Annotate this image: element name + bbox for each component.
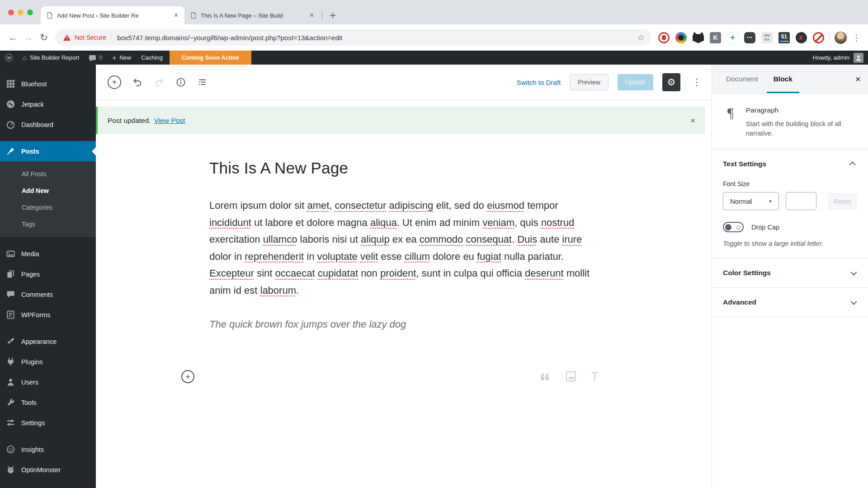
minimize-window-button[interactable] — [18, 9, 24, 15]
forward-icon[interactable]: → — [21, 32, 36, 43]
post-title[interactable]: This Is A New Page — [209, 159, 598, 177]
ext-51-icon[interactable]: 51 — [778, 32, 790, 43]
wp-logo-menu[interactable]: W — [0, 51, 18, 65]
sidebar-item-wpforms[interactable]: WPForms — [0, 305, 96, 325]
my-account-menu[interactable]: Howdy, admin — [813, 53, 868, 63]
font-size-custom-input[interactable] — [786, 192, 816, 210]
sidebar-item-label: Jetpack — [21, 101, 44, 108]
update-button[interactable]: Update — [618, 74, 653, 90]
ext-stop-hand-icon[interactable] — [658, 32, 670, 43]
sidebar-item-posts[interactable]: Posts — [0, 141, 96, 161]
ext-blocked-icon[interactable] — [813, 32, 824, 43]
text-settings-header[interactable]: Text Settings — [712, 150, 868, 178]
sidebar-subitem-tags[interactable]: Tags — [0, 216, 96, 232]
editor-canvas[interactable]: This Is A New Page Lorem ipsum dolor sit… — [96, 134, 712, 488]
tab-new-page-preview[interactable]: This Is A New Page – Site Build × — [184, 6, 320, 24]
post-quote-paragraph[interactable]: The quick brown fox jumps over the lazy … — [209, 319, 598, 330]
sidebar-item-label: WPForms — [21, 311, 50, 319]
settings-gear-button[interactable]: ⚙ — [662, 73, 680, 91]
sidebar-item-appearance[interactable]: Appearance — [0, 331, 96, 352]
not-secure-label[interactable]: Not Secure — [75, 34, 106, 41]
sidebar-subitem-categories[interactable]: Categories — [0, 199, 96, 216]
new-content-menu[interactable]: + New — [107, 51, 136, 65]
browser-menu-icon[interactable]: ⋮ — [852, 33, 861, 43]
sidebar-item-bluehost[interactable]: Bluehost — [0, 74, 96, 94]
close-sidebar-icon[interactable]: × — [855, 74, 861, 84]
sidebar-item-users[interactable]: Users — [0, 372, 96, 392]
comments-menu[interactable]: 0 — [84, 51, 107, 65]
misspelled-word: deserunt — [525, 267, 564, 279]
ext-k-square-icon[interactable]: K — [710, 32, 721, 43]
view-post-link[interactable]: View Post — [154, 117, 185, 125]
ext-green-plus-icon[interactable]: + — [727, 32, 738, 43]
block-inserter-button[interactable]: + — [108, 75, 121, 89]
sidebar-item-dashboard[interactable]: Dashboard — [0, 114, 96, 135]
dismiss-notice-icon[interactable]: × — [690, 116, 695, 126]
maximize-window-button[interactable] — [27, 9, 33, 15]
page-icon — [46, 12, 53, 19]
ext-color-wheel-icon[interactable] — [675, 32, 687, 43]
sidebar-item-label: Dashboard — [21, 121, 53, 128]
color-settings-header[interactable]: Color Settings — [712, 258, 868, 287]
sidebar-item-plugins[interactable]: Plugins — [0, 352, 96, 372]
sidebar-item-media[interactable]: Media — [0, 244, 96, 264]
font-size-label: Font Size — [723, 180, 857, 188]
ext-mmra-icon[interactable]: MM RA — [761, 32, 773, 43]
bookmark-star-icon[interactable]: ☆ — [637, 33, 645, 42]
sidebar-item-tools[interactable]: Tools — [0, 392, 96, 413]
insights-icon — [6, 445, 15, 454]
sidebar-item-optinmonster[interactable]: OptinMonster — [0, 460, 96, 480]
content-structure-icon[interactable] — [175, 77, 186, 88]
reload-icon[interactable]: ↻ — [36, 32, 52, 43]
add-block-button[interactable]: + — [181, 370, 194, 383]
close-window-button[interactable] — [8, 9, 14, 15]
url-text[interactable]: box5747.temp.domains/~yourgif6/wp-admin/… — [117, 34, 633, 42]
advanced-header[interactable]: Advanced — [712, 288, 868, 317]
preview-button[interactable]: Preview — [570, 74, 609, 90]
back-icon[interactable]: ← — [5, 32, 21, 43]
image-block-icon[interactable] — [565, 371, 577, 382]
sidebar-item-label: Comments — [21, 291, 53, 298]
font-size-select[interactable]: Normal ▾ — [723, 192, 779, 210]
sidebar-item-insights[interactable]: Insights — [0, 439, 96, 460]
ext-k-circle-icon[interactable]: K — [796, 32, 807, 43]
site-name-menu[interactable]: ⌂ Site Builder Report — [18, 51, 84, 65]
tab-add-new-post[interactable]: Add New Post ‹ Site Builder Re × — [41, 6, 184, 24]
caching-menu[interactable]: Caching — [136, 51, 168, 65]
block-card-description: Start with the building block of all nar… — [746, 119, 857, 138]
wordpress-logo-icon: W — [5, 54, 13, 61]
sidebar-tabs: Document Block × — [712, 65, 868, 94]
text-settings-panel: Text Settings Font Size Normal ▾ Reset — [712, 150, 868, 258]
address-bar[interactable]: Not Secure box5747.temp.domains/~yourgif… — [55, 29, 651, 46]
sidebar-item-comments[interactable]: Comments — [0, 284, 96, 305]
block-navigation-icon[interactable] — [197, 77, 208, 88]
sidebar-item-pages[interactable]: Pages — [0, 264, 96, 284]
tab-block[interactable]: Block — [767, 65, 799, 93]
heading-block-icon[interactable]: T — [591, 370, 598, 383]
ext-dots-icon[interactable]: ••• — [744, 32, 755, 43]
more-options-icon[interactable]: ⋮ — [689, 77, 704, 88]
sidebar-item-settings[interactable]: Settings — [0, 413, 96, 433]
notice-text: Post updated. — [108, 117, 151, 125]
new-tab-button[interactable]: + — [330, 10, 336, 21]
sidebar-item-label: Appearance — [21, 338, 57, 345]
ext-cat-icon[interactable] — [693, 32, 704, 43]
font-size-reset-button[interactable]: Reset — [828, 193, 857, 210]
sidebar-subitem-add-new[interactable]: Add New — [0, 182, 96, 199]
redo-icon[interactable] — [154, 77, 165, 88]
close-tab-icon[interactable]: × — [173, 12, 179, 19]
chevron-down-icon — [850, 299, 857, 305]
tab-document[interactable]: Document — [719, 65, 765, 93]
browser-profile-avatar[interactable] — [835, 32, 847, 44]
chevron-down-icon: ▾ — [769, 198, 772, 204]
bluehost-icon — [6, 79, 15, 89]
coming-soon-badge[interactable]: Coming Soon Active — [170, 51, 251, 65]
sidebar-item-jetpack[interactable]: Jetpack — [0, 94, 96, 114]
sidebar-subitem-all-posts[interactable]: All Posts — [0, 165, 96, 182]
undo-icon[interactable] — [132, 77, 143, 88]
post-paragraph[interactable]: Lorem ipsum dolor sit amet, consectetur … — [209, 197, 598, 299]
switch-to-draft-link[interactable]: Switch to Draft — [517, 79, 561, 86]
close-tab-icon[interactable]: × — [309, 12, 315, 19]
quote-block-icon[interactable] — [540, 371, 551, 382]
drop-cap-toggle[interactable] — [723, 222, 744, 232]
